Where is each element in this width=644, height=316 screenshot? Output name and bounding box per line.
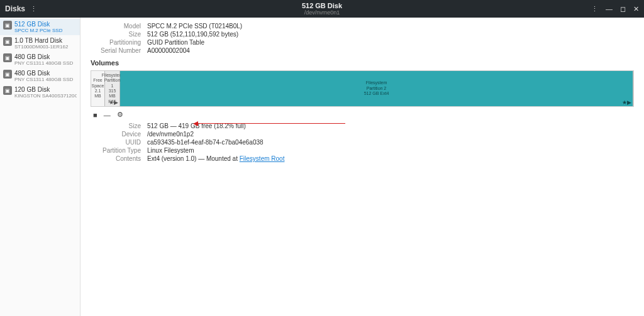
unmount-icon[interactable]: ■ xyxy=(93,111,97,119)
filesystem-root-link[interactable]: Filesystem Root xyxy=(240,155,285,162)
label-contents: Contents xyxy=(91,155,147,162)
window-title: 512 GB Disk xyxy=(80,2,564,9)
app-menu-icon[interactable]: ⋮ xyxy=(30,5,37,13)
main-panel: ModelSPCC M.2 PCIe SSD (T0214B0L) Size51… xyxy=(80,18,644,316)
label-ptype: Partition Type xyxy=(91,147,147,154)
volume-partition-2[interactable]: Filesystem Partition 2 512 GB Ext4 ★▶ xyxy=(120,71,633,106)
hdd-icon: ▣ xyxy=(3,86,12,95)
disk-title: 512 GB Disk xyxy=(14,21,62,28)
disk-item-4[interactable]: ▣ 120 GB Disk KINGSTON SA400S37120G xyxy=(0,84,80,101)
delete-icon[interactable]: — xyxy=(104,111,111,119)
value-uuid: ca593435-b1ef-4eaf-8b74-c7ba04e6a038 xyxy=(147,139,264,146)
label-model: Model xyxy=(91,23,147,30)
value-ptype: Linux Filesystem xyxy=(147,147,194,154)
maximize-icon[interactable]: ◻ xyxy=(620,5,626,13)
hdd-icon: ▣ xyxy=(3,53,12,62)
disk-list: ▣ 512 GB Disk SPCC M.2 PCIe SSD ▣ 1.0 TB… xyxy=(0,18,80,316)
drive-menu-icon[interactable]: ⋮ xyxy=(591,5,598,13)
disk-item-1[interactable]: ▣ 1.0 TB Hard Disk ST1000DM003-1ER162 xyxy=(0,35,80,52)
disk-sub: PNY CS1311 480GB SSD xyxy=(14,77,73,82)
label-size: Size xyxy=(91,31,147,38)
value-partitioning: GUID Partition Table xyxy=(147,39,204,46)
volume-toolbar: ■ — ⚙ xyxy=(91,107,634,123)
value-serial: A00000002004 xyxy=(147,47,190,54)
star-play-icon: ★▶ xyxy=(622,99,631,106)
disk-sub: ST1000DM003-1ER162 xyxy=(14,44,68,50)
app-name: Disks xyxy=(5,4,25,13)
disk-item-0[interactable]: ▣ 512 GB Disk SPCC M.2 PCIe SSD xyxy=(0,19,80,35)
disk-title: 480 GB Disk xyxy=(14,53,73,60)
label-partitioning: Partitioning xyxy=(91,39,147,46)
hdd-icon: ▣ xyxy=(3,37,12,46)
volumes-heading: Volumes xyxy=(91,59,634,67)
disk-item-3[interactable]: ▣ 480 GB Disk PNY CS1311 480GB SSD xyxy=(0,68,80,84)
label-psize: Size xyxy=(91,123,147,129)
value-device: /dev/nvme0n1p2 xyxy=(147,131,194,138)
label-uuid: UUID xyxy=(91,139,147,146)
disk-sub: SPCC M.2 PCIe SSD xyxy=(14,28,62,33)
volume-partition-1[interactable]: Filesystem Partition 1 315 MB FAT ★▶ xyxy=(105,71,120,106)
hdd-icon: ▣ xyxy=(3,70,12,79)
volumes-bar: Free Space 2.1 MB Filesystem Partition 1… xyxy=(91,70,634,107)
disk-sub: KINGSTON SA400S37120G xyxy=(14,93,77,99)
star-play-icon: ★▶ xyxy=(109,99,118,106)
options-icon[interactable]: ⚙ xyxy=(117,111,123,119)
titlebar: Disks ⋮ 512 GB Disk /dev/nvme0n1 ⋮ — ◻ ✕ xyxy=(0,0,644,18)
hdd-icon: ▣ xyxy=(3,21,12,30)
disk-title: 1.0 TB Hard Disk xyxy=(14,37,68,44)
disk-item-2[interactable]: ▣ 480 GB Disk PNY CS1311 480GB SSD xyxy=(0,52,80,68)
label-device: Device xyxy=(91,131,147,138)
label-serial: Serial Number xyxy=(91,47,147,54)
value-contents: Ext4 (version 1.0) — Mounted at Filesyst… xyxy=(147,155,284,162)
close-icon[interactable]: ✕ xyxy=(633,5,639,13)
window-subtitle: /dev/nvme0n1 xyxy=(80,9,564,16)
disk-title: 120 GB Disk xyxy=(14,86,77,93)
value-size: 512 GB (512,110,190,592 bytes) xyxy=(147,31,238,38)
disk-title: 480 GB Disk xyxy=(14,70,73,77)
disk-sub: PNY CS1311 480GB SSD xyxy=(14,60,73,66)
minimize-icon[interactable]: — xyxy=(606,5,613,13)
value-model: SPCC M.2 PCIe SSD (T0214B0L) xyxy=(147,23,242,30)
